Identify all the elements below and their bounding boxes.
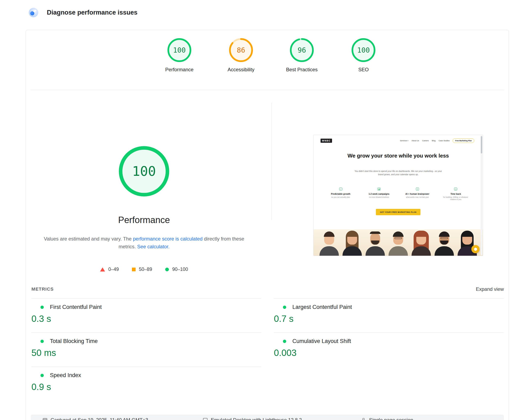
metric-value: 0.7 s	[274, 314, 504, 324]
report-header: Diagnose performance issues	[29, 8, 137, 17]
metric-value: 0.3 s	[31, 314, 261, 324]
feature-item: Time back for building, chilling, or wha…	[438, 188, 473, 201]
accessibility-score: 86	[229, 38, 253, 63]
brain-icon	[416, 188, 419, 190]
pass-dot-icon	[283, 340, 286, 343]
pass-dot-icon	[40, 306, 44, 309]
legend-fail-label: 0–49	[108, 267, 119, 272]
site-hero-body: You didn't start this store to spend you…	[354, 170, 443, 176]
metric-largest-contentful-paint: Largest Contentful Paint 0.7 s	[274, 299, 504, 332]
site-features: Predictable growth so you can actually p…	[324, 188, 473, 201]
growth-icon	[339, 188, 342, 190]
metric-name: Largest Contentful Paint	[292, 304, 352, 310]
nav-cta-button: Free Marketing Plan	[453, 139, 474, 143]
feature-caption: for building, chilling, or whatever matt…	[443, 196, 469, 201]
environment-info: Emulated Desktop with Lighthouse 12.8.2	[202, 417, 302, 420]
expand-view-button[interactable]: Expand view	[476, 286, 504, 292]
chat-widget-icon	[471, 245, 480, 253]
metric-first-contentful-paint: First Contentful Paint 0.3 s	[31, 299, 261, 332]
metric-name: First Contentful Paint	[50, 304, 102, 310]
feature-title: Predictable growth	[331, 193, 351, 195]
team-member	[318, 230, 341, 256]
best-practices-gauge-ring: 96	[289, 38, 314, 63]
performance-gauge-ring: 100	[167, 38, 192, 63]
feature-caption: so you can actually plan	[331, 196, 350, 198]
summary-text: Values are estimated and may vary. The	[44, 236, 133, 241]
nav-item: Case Studies	[439, 140, 450, 142]
feature-title: Time back	[450, 193, 461, 195]
big-performance-gauge: 100	[118, 145, 171, 198]
page-title: Diagnose performance issues	[47, 9, 137, 16]
feature-item: AI + human brainpower what works now, no…	[400, 188, 435, 201]
average-square-icon	[132, 268, 136, 271]
category-gauge-accessibility[interactable]: 86 Accessibility	[218, 38, 264, 72]
team-member	[433, 230, 456, 256]
lighthouse-icon	[29, 8, 38, 17]
metric-cumulative-layout-shift: Cumulative Layout Shift 0.003	[274, 332, 504, 367]
category-gauge-best-practices[interactable]: 96 Best Practices	[279, 38, 324, 72]
page-screenshot-thumbnail: wnbc Services About Us Careers Blog Case…	[313, 135, 483, 256]
feature-title: AI + human brainpower	[405, 193, 429, 195]
accessibility-gauge-ring: 86	[229, 38, 253, 63]
person-icon	[361, 417, 366, 420]
fail-triangle-icon	[100, 267, 105, 271]
see-calculator-link[interactable]: See calculator.	[137, 244, 170, 249]
captured-at-text: Captured at Sep 19, 2025, 11:40 AM GMT+3	[51, 417, 148, 420]
category-gauge-performance[interactable]: 100 Performance	[157, 38, 202, 72]
big-performance-score: 100	[118, 145, 171, 198]
site-logo: wnbc	[321, 139, 332, 143]
clock-icon	[454, 188, 457, 190]
score-calculation-link[interactable]: performance score is calculated	[133, 236, 202, 241]
performance-label: Performance	[165, 67, 193, 72]
best-practices-label: Best Practices	[286, 67, 317, 72]
metrics-grid: First Contentful Paint 0.3 s Largest Con…	[31, 299, 504, 401]
metric-value: 0.003	[274, 348, 504, 358]
feature-item: 1-2 week campaigns no more bloated timel…	[362, 188, 396, 201]
site-cta-button: GET YOUR FREE MARKETING PLAN	[376, 209, 420, 215]
performance-score: 100	[167, 38, 192, 63]
metric-total-blocking-time: Total Blocking Time 50 ms	[31, 332, 261, 367]
legend-pass: 90–100	[165, 267, 188, 272]
metric-name: Cumulative Layout Shift	[292, 338, 351, 344]
legend-average-label: 50–89	[139, 267, 152, 272]
horizontal-divider	[31, 90, 504, 90]
pass-dot-icon	[40, 340, 44, 343]
seo-label: SEO	[358, 67, 369, 72]
pass-circle-icon	[165, 268, 169, 271]
feature-caption: what works now, not last year	[406, 196, 429, 198]
metrics-header: METRICS Expand view	[31, 286, 504, 292]
legend-pass-label: 90–100	[172, 267, 188, 272]
metric-name: Speed Index	[50, 372, 81, 379]
team-member	[341, 230, 364, 256]
nav-item: Blog	[432, 140, 435, 142]
category-gauge-seo[interactable]: 100 SEO	[341, 38, 386, 72]
site-nav: Services About Us Careers Blog Case Stud…	[400, 139, 474, 143]
feature-item: Predictable growth so you can actually p…	[324, 188, 358, 201]
metric-value: 50 ms	[31, 348, 261, 358]
feature-caption: no more bloated timelines	[369, 196, 389, 198]
score-legend: 0–49 50–89 90–100	[62, 267, 226, 272]
accessibility-label: Accessibility	[228, 67, 254, 72]
lighthouse-report-card: 100 Performance 86 Accessibility 96 Best…	[26, 30, 509, 420]
thumbnail-scrollbar	[481, 135, 482, 255]
seo-score: 100	[351, 38, 376, 63]
team-member	[387, 230, 410, 256]
calendar-icon	[42, 417, 48, 420]
session-text: Single page session	[369, 417, 413, 420]
nav-item: About Us	[412, 140, 419, 142]
scrollbar-thumb	[481, 136, 482, 153]
pass-dot-icon	[283, 306, 286, 309]
nav-item: Services	[400, 140, 408, 142]
legend-fail: 0–49	[100, 267, 119, 272]
screenshot-topbar: wnbc Services About Us Careers Blog Case…	[321, 138, 474, 144]
capture-info-bar: Captured at Sep 19, 2025, 11:40 AM GMT+3…	[31, 415, 504, 420]
team-member	[410, 230, 433, 256]
team-member	[364, 230, 387, 256]
site-hero-heading: We grow your store while you work less	[328, 153, 468, 159]
team-photo-strip	[314, 230, 483, 256]
metric-value: 0.9 s	[31, 382, 261, 392]
session-info: Single page session	[361, 417, 413, 420]
score-summary: Values are estimated and may vary. The p…	[41, 235, 247, 250]
best-practices-score: 96	[289, 38, 314, 63]
environment-text: Emulated Desktop with Lighthouse 12.8.2	[211, 417, 302, 420]
